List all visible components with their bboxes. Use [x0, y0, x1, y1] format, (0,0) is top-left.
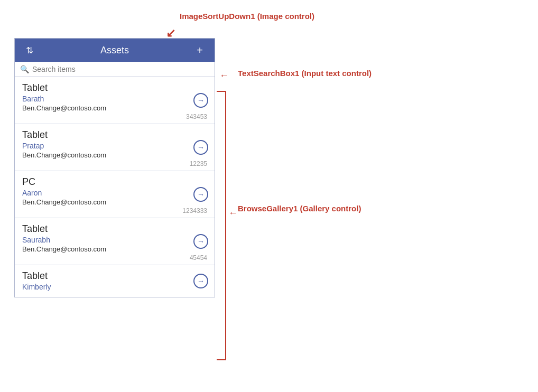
item-navigate-button[interactable]: →: [193, 140, 208, 155]
search-icon: 🔍: [20, 65, 29, 73]
search-annotation-label: TextSearchBox1 (Input text control): [238, 69, 372, 78]
item-subtitle: Aaron: [22, 189, 207, 197]
item-id: 343453: [22, 113, 207, 120]
gallery-item: Tablet Kimberly →: [15, 265, 215, 297]
sort-annotation-arrow: ↙: [166, 26, 175, 40]
item-id: 1234333: [22, 207, 207, 214]
item-id: 45454: [22, 254, 207, 262]
item-email: Ben.Change@contoso.com: [22, 198, 207, 206]
item-navigate-button[interactable]: →: [193, 93, 208, 108]
item-title: Tablet: [22, 223, 207, 235]
sort-annotation-label: ImageSortUpDown1 (Image control): [180, 12, 314, 21]
gallery-item: Tablet Pratap Ben.Change@contoso.com 122…: [15, 124, 215, 171]
item-id: 12235: [22, 160, 207, 167]
item-email: Ben.Change@contoso.com: [22, 245, 207, 253]
gallery-bracket: [217, 91, 226, 360]
search-box: 🔍: [15, 62, 215, 77]
item-subtitle: Saurabh: [22, 236, 207, 244]
item-email: Ben.Change@contoso.com: [22, 151, 207, 159]
item-subtitle: Barath: [22, 95, 207, 103]
gallery-item: Tablet Saurabh Ben.Change@contoso.com 45…: [15, 218, 215, 265]
search-annotation-arrow: ←: [219, 70, 229, 81]
item-navigate-button[interactable]: →: [193, 234, 208, 249]
sort-icon[interactable]: ⇅: [22, 43, 37, 58]
search-input[interactable]: [32, 65, 209, 73]
add-icon[interactable]: +: [192, 43, 207, 58]
browse-gallery: Tablet Barath Ben.Change@contoso.com 343…: [15, 77, 215, 297]
gallery-item: Tablet Barath Ben.Change@contoso.com 343…: [15, 77, 215, 124]
gallery-annotation-arrow: ←: [228, 208, 238, 219]
panel-header: ⇅ Assets +: [15, 39, 215, 62]
gallery-annotation-label: BrowseGallery1 (Gallery control): [238, 204, 361, 213]
item-title: Tablet: [22, 129, 207, 141]
item-title: PC: [22, 176, 207, 188]
item-navigate-button[interactable]: →: [193, 274, 208, 288]
assets-panel: ⇅ Assets + 🔍 Tablet Barath Ben.Change@co…: [14, 38, 215, 297]
item-email: Ben.Change@contoso.com: [22, 104, 207, 112]
gallery-item: PC Aaron Ben.Change@contoso.com 1234333 …: [15, 171, 215, 218]
item-navigate-button[interactable]: →: [193, 187, 208, 202]
item-subtitle: Kimberly: [22, 283, 207, 291]
item-title: Tablet: [22, 82, 207, 94]
item-title: Tablet: [22, 270, 207, 282]
item-subtitle: Pratap: [22, 142, 207, 150]
panel-title: Assets: [37, 45, 192, 56]
